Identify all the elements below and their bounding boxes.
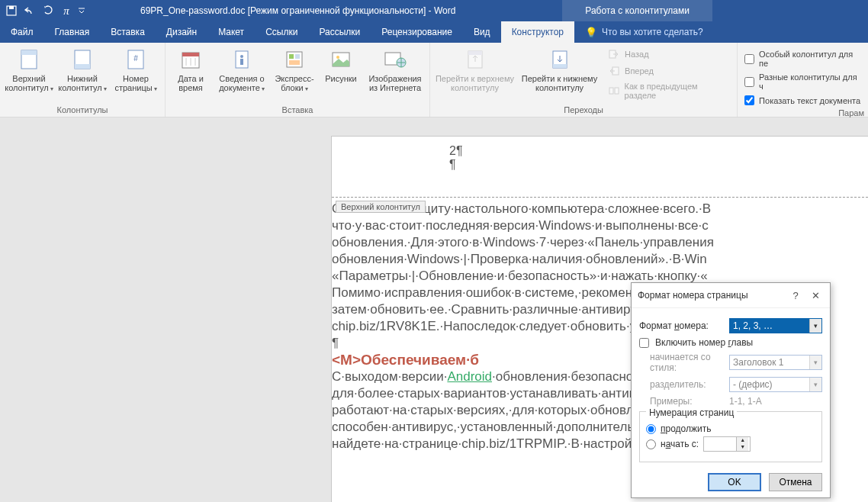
tab-mailings[interactable]: Рассылки — [308, 21, 371, 43]
group-headers-footers: Верхнийколонтитул▾ Нижнийколонтитул▾ # Н… — [0, 43, 166, 117]
numbering-fieldset: Нумерация страниц продолжить начать с: ▲… — [639, 411, 822, 462]
goto-header-button: Перейти к верхнемуколонтитулу — [434, 45, 516, 104]
svg-rect-15 — [240, 59, 243, 65]
spin-up[interactable]: ▲ — [737, 437, 748, 444]
dialog-title: Формат номера страницы — [638, 290, 748, 301]
help-button[interactable]: ? — [787, 288, 804, 303]
document-title: 69PR_One-password.doc [Режим ограниченно… — [140, 5, 455, 16]
tab-file[interactable]: Файл — [0, 21, 44, 43]
text-line: обновления.·Для·этого·в·Windows·7·через·… — [332, 234, 868, 251]
online-pictures-button[interactable]: Изображенияиз Интернета — [365, 45, 426, 104]
docinfo-icon — [229, 47, 255, 72]
close-button[interactable]: ✕ — [807, 288, 824, 303]
tell-me-text: Что вы хотите сделать? — [602, 27, 703, 37]
spin-down[interactable]: ▼ — [737, 444, 748, 451]
number-format-select[interactable]: 1, 2, 3, … ▾ — [729, 318, 822, 333]
chapter-style-select: Заголовок 1 ▾ — [729, 355, 822, 370]
group-label: Вставка — [169, 104, 426, 117]
tab-references[interactable]: Ссылки — [255, 21, 308, 43]
nav-forward-button: Вперед — [603, 63, 733, 79]
svg-rect-9 — [182, 53, 199, 56]
title-bar: π 69PR_One-password.doc [Режим ограничен… — [0, 0, 868, 21]
goto-header-icon — [462, 47, 488, 72]
page-number-button[interactable]: # Номерстраницы▾ — [111, 45, 161, 104]
qa-customize-icon[interactable] — [76, 2, 87, 19]
goto-footer-icon — [547, 47, 573, 72]
header-tag-label: Верхний колонтитул — [336, 201, 426, 213]
footer-button[interactable]: Нижнийколонтитул▾ — [57, 45, 108, 104]
redo-icon[interactable] — [40, 2, 56, 19]
calendar-icon — [178, 47, 204, 72]
show-document-text-check[interactable]: Показать текст документа — [741, 94, 864, 107]
start-at-radio[interactable]: начать с: ▲▼ — [646, 436, 815, 452]
different-first-page-check[interactable]: Особый колонтитул для пе — [741, 48, 864, 69]
group-options: Особый колонтитул для пе Разные колонтит… — [738, 43, 868, 117]
separator-label: разделитель: — [639, 379, 723, 390]
save-icon[interactable] — [3, 2, 20, 19]
document-info-button[interactable]: Сведения одокументе▾ — [215, 45, 268, 104]
ribbon: Верхнийколонтитул▾ Нижнийколонтитул▾ # Н… — [0, 43, 868, 117]
chevron-down-icon: ▾ — [809, 356, 821, 369]
equation-icon[interactable]: π — [58, 2, 75, 19]
examples-value: 1-1, 1-A — [729, 396, 762, 407]
pictures-button[interactable]: Рисунки — [320, 45, 362, 104]
tab-view[interactable]: Вид — [463, 21, 501, 43]
quickparts-icon — [281, 47, 307, 72]
nav-back-button: Назад — [603, 47, 733, 62]
style-label: начинается со стиля: — [639, 352, 723, 373]
chevron-down-icon: ▾ — [809, 319, 821, 333]
tab-layout[interactable]: Макет — [207, 21, 255, 43]
cancel-button[interactable]: Отмена — [769, 473, 822, 491]
group-insert: Дата ивремя Сведения одокументе▾ Экспрес… — [166, 43, 430, 117]
include-chapter-check[interactable]: Включить номер главы — [639, 337, 822, 348]
tab-insert[interactable]: Вставка — [100, 21, 156, 43]
quick-parts-button[interactable]: Экспресс-блоки▾ — [272, 45, 317, 104]
dialog-titlebar[interactable]: Формат номера страницы ? ✕ — [632, 283, 830, 308]
svg-rect-25 — [468, 51, 482, 55]
chevron-down-icon: ▾ — [809, 378, 821, 391]
pictures-icon — [328, 47, 354, 72]
group-label: Переходы — [434, 104, 733, 117]
svg-rect-3 — [21, 50, 37, 55]
undo-icon[interactable] — [21, 2, 38, 19]
svg-point-21 — [336, 56, 339, 59]
tab-review[interactable]: Рецензирование — [371, 21, 463, 43]
group-navigation: Перейти к верхнемуколонтитулу Перейти к … — [430, 43, 738, 117]
fieldset-legend: Нумерация страниц — [646, 407, 737, 418]
svg-rect-19 — [289, 60, 300, 65]
tab-home[interactable]: Главная — [44, 21, 101, 43]
format-label: Формат номера: — [639, 320, 723, 331]
prev-icon — [608, 48, 620, 60]
group-label: Колонтитулы — [4, 104, 161, 117]
examples-label: Примеры: — [639, 396, 723, 407]
svg-rect-18 — [295, 54, 300, 59]
ok-button[interactable]: OK — [708, 473, 761, 491]
next-icon — [608, 65, 620, 77]
header-region[interactable]: 2¶ ¶ — [332, 137, 868, 198]
header-icon — [16, 47, 42, 72]
text-line: что·у·вас·стоит·последняя·версия·Windows… — [332, 217, 868, 234]
svg-rect-17 — [289, 54, 294, 59]
tab-design[interactable]: Дизайн — [156, 21, 207, 43]
svg-rect-30 — [609, 88, 613, 94]
bulb-icon: 💡 — [585, 27, 597, 38]
quick-access-toolbar: π — [3, 2, 87, 19]
svg-point-14 — [240, 55, 243, 58]
ribbon-tabs: Файл Главная Вставка Дизайн Макет Ссылки… — [0, 21, 868, 43]
different-odd-even-check[interactable]: Разные колонтитулы для ч — [741, 71, 864, 92]
svg-rect-27 — [553, 64, 567, 68]
header-button[interactable]: Верхнийколонтитул▾ — [4, 45, 54, 104]
start-at-spinner[interactable]: ▲▼ — [703, 436, 751, 452]
link-previous-button: Как в предыдущем разделе — [603, 80, 733, 101]
continue-radio[interactable]: продолжить — [646, 423, 815, 434]
goto-footer-button[interactable]: Перейти к нижнемуколонтитулу — [519, 45, 600, 104]
start-at-input[interactable] — [704, 437, 736, 451]
svg-rect-1 — [9, 6, 14, 9]
tell-me-search[interactable]: 💡 Что вы хотите сделать? — [574, 21, 714, 43]
date-time-button[interactable]: Дата ивремя — [169, 45, 212, 104]
svg-rect-5 — [75, 64, 90, 69]
tab-designer[interactable]: Конструктор — [501, 21, 574, 43]
page-number-icon: # — [123, 47, 149, 72]
contextual-tab-header: Работа с колонтитулами — [562, 0, 712, 21]
text-line: обновления·Windows·|·Проверка·наличия·об… — [332, 251, 868, 268]
